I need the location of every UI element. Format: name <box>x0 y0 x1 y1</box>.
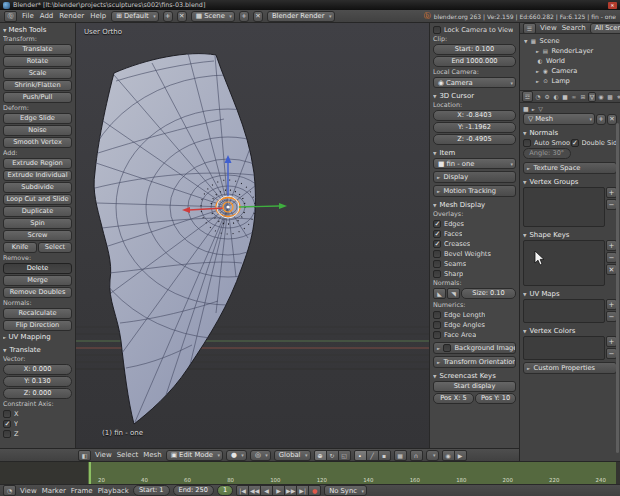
push-pull-button[interactable]: Push/Pull <box>3 92 72 103</box>
knife-select-button[interactable]: Select <box>38 242 72 253</box>
view3d-menu-select[interactable]: Select <box>116 451 140 459</box>
translate-button[interactable]: Translate <box>3 44 72 55</box>
background-images-panel-header[interactable]: Background Images <box>433 342 516 354</box>
frame-end-field[interactable]: End: 250 <box>173 485 214 496</box>
vertex-groups-panel-header[interactable]: Vertex Groups <box>523 176 617 187</box>
flip-direction-button[interactable]: Flip Direction <box>3 320 72 331</box>
snap-toggle-button[interactable]: ∩ <box>410 450 423 461</box>
menu-file[interactable]: File <box>21 12 35 20</box>
timeline-menu-marker[interactable]: Marker <box>41 487 67 495</box>
tab-scene[interactable]: ⚙ <box>543 92 551 102</box>
background-images-checkbox[interactable] <box>443 344 451 352</box>
add-scene-button[interactable]: + <box>239 11 249 22</box>
duplicate-button[interactable]: Duplicate <box>3 206 72 217</box>
tab-material[interactable]: ◉ <box>597 92 605 102</box>
bevel-weights-checkbox[interactable] <box>433 250 441 258</box>
outliner-item-camera[interactable]: ◉Camera <box>524 66 618 76</box>
vertex-groups-list[interactable] <box>523 187 605 227</box>
shape-keys-panel-header[interactable]: Shape Keys <box>523 229 617 240</box>
tab-world[interactable]: ◐ <box>552 92 560 102</box>
uv-maps-panel-header[interactable]: UV Maps <box>523 288 617 299</box>
texture-space-panel-header[interactable]: Texture Space <box>523 162 617 174</box>
vertex-colors-panel-header[interactable]: Vertex Colors <box>523 325 617 336</box>
outliner-editor-type-button[interactable]: ☰ <box>523 23 536 34</box>
edges-checkbox[interactable] <box>433 220 441 228</box>
recalculate-button[interactable]: Recalculate <box>3 308 72 319</box>
expand-icon[interactable] <box>524 37 527 45</box>
normals-panel-header[interactable]: Normals <box>523 127 617 138</box>
snap-target-selector[interactable] <box>426 450 439 461</box>
outliner-item-world[interactable]: ◐World <box>524 56 618 66</box>
current-frame-field[interactable]: 1 <box>217 485 233 496</box>
outliner-item-lamp[interactable]: ⊙Lamp <box>524 76 618 86</box>
translate-z-field[interactable]: Z: 0.000 <box>3 388 72 399</box>
cursor-y-field[interactable]: Y: -1.1962 <box>433 122 516 133</box>
screw-button[interactable]: Screw <box>3 230 72 241</box>
add-layout-button[interactable]: + <box>163 11 173 22</box>
delete-scene-button[interactable]: ✕ <box>253 11 263 22</box>
tab-texture[interactable]: ▩ <box>606 92 614 102</box>
pos-y-field[interactable]: Pos Y: 10 <box>475 393 516 404</box>
limit-to-visible-button[interactable]: ▦ <box>394 450 407 461</box>
transform-orientations-panel-header[interactable]: Transform Orientations <box>433 356 516 368</box>
loop-cut-button[interactable]: Loop Cut and Slide <box>3 194 72 205</box>
edge-length-checkbox[interactable] <box>433 311 441 319</box>
mode-selector[interactable]: ▣Edit Mode <box>166 450 223 461</box>
edges-row[interactable]: Edges <box>433 219 516 229</box>
lock-camera-row[interactable]: Lock Camera to View <box>433 25 516 35</box>
mesh-tools-panel-header[interactable]: Mesh Tools <box>3 25 72 35</box>
expand-icon[interactable] <box>536 77 539 85</box>
orientation-selector[interactable]: Global <box>274 450 311 461</box>
constraint-y-row[interactable]: Y <box>3 419 72 429</box>
view3d-editor-type-button[interactable]: ◧ <box>78 450 91 461</box>
creases-checkbox[interactable] <box>433 240 441 248</box>
scene-selector[interactable]: ▦Scene <box>191 11 235 22</box>
constraint-y-checkbox[interactable] <box>3 420 11 428</box>
outliner-display-mode-selector[interactable]: All Scenes <box>590 23 620 34</box>
edge-angles-row[interactable]: Edge Angles <box>433 320 516 330</box>
menu-help[interactable]: Help <box>89 12 107 20</box>
lock-camera-checkbox[interactable] <box>433 26 441 34</box>
cursor-x-field[interactable]: X: -0.8403 <box>433 110 516 121</box>
constraint-x-checkbox[interactable] <box>3 410 11 418</box>
face-area-checkbox[interactable] <box>433 331 441 339</box>
redo-panel-header[interactable]: Translate <box>3 344 72 355</box>
translate-y-field[interactable]: Y: 0.130 <box>3 376 72 387</box>
bevel-weights-row[interactable]: Bevel Weights <box>433 249 516 259</box>
window-close-button[interactable]: ✕ <box>608 2 617 9</box>
faces-row[interactable]: Faces <box>433 229 516 239</box>
menu-render[interactable]: Render <box>58 12 85 20</box>
shrink-flatten-button[interactable]: Shrink/Flatten <box>3 80 72 91</box>
extrude-region-button[interactable]: Extrude Region <box>3 158 72 169</box>
remove-doubles-button[interactable]: Remove Doubles <box>3 287 72 298</box>
current-frame-marker[interactable] <box>89 462 91 484</box>
clip-start-field[interactable]: Start: 0.100 <box>433 44 516 55</box>
knife-button[interactable]: Knife <box>3 242 37 253</box>
merge-button[interactable]: Merge <box>3 275 72 286</box>
seams-checkbox[interactable] <box>433 260 441 268</box>
tab-object[interactable]: ■ <box>561 92 569 102</box>
noise-button[interactable]: Noise <box>3 125 72 136</box>
auto-smooth-angle-field[interactable]: Angle: 30° <box>523 148 571 159</box>
screencast-keys-panel-header[interactable]: Screencast Keys <box>433 370 516 381</box>
local-camera-selector[interactable]: ◉Camera <box>433 77 516 88</box>
pos-x-field[interactable]: Pos X: 5 <box>433 393 474 404</box>
view3d-menu-view[interactable]: View <box>94 451 113 459</box>
seams-row[interactable]: Seams <box>433 259 516 269</box>
tab-particles[interactable]: ∗ <box>615 92 620 102</box>
sharp-row[interactable]: Sharp <box>433 269 516 279</box>
face-area-row[interactable]: Face Area <box>433 330 516 340</box>
tab-render[interactable]: ◔ <box>534 92 542 102</box>
edge-slide-button[interactable]: Edge Slide <box>3 113 72 124</box>
outliner-item-renderlayer[interactable]: ▤RenderLayer <box>524 46 618 56</box>
translate-x-field[interactable]: X: 0.000 <box>3 364 72 375</box>
sharp-checkbox[interactable] <box>433 270 441 278</box>
timeline-editor[interactable]: 20 40 60 80 100 120 140 160 180 200 220 … <box>0 461 620 484</box>
mesh-datablock-selector[interactable]: ▽Mesh <box>523 113 595 125</box>
outliner-menu-search[interactable]: Search <box>561 24 587 32</box>
blender-menu-icon[interactable]: ⓑ <box>4 11 17 22</box>
uv-mapping-panel-header[interactable]: UV Mapping <box>3 332 72 342</box>
auto-smooth-row[interactable]: Auto Smooth <box>523 138 570 148</box>
tab-object-data[interactable]: ▽ <box>588 92 596 102</box>
auto-smooth-checkbox[interactable] <box>523 139 531 147</box>
